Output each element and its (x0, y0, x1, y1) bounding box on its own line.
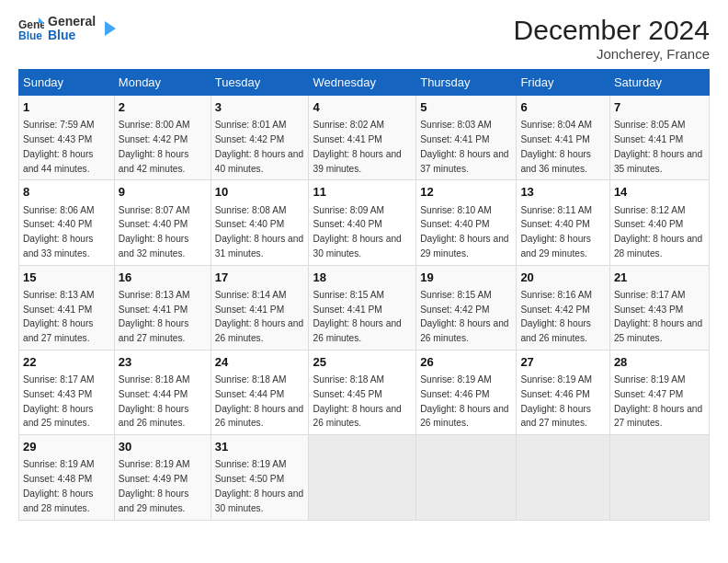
calendar-cell: 2Sunrise: 8:00 AMSunset: 4:42 PMDaylight… (114, 96, 210, 180)
cell-info: Sunrise: 8:19 AMSunset: 4:46 PMDaylight:… (420, 374, 508, 428)
calendar-cell: 19Sunrise: 8:15 AMSunset: 4:42 PMDayligh… (416, 265, 517, 350)
calendar-cell: 15Sunrise: 8:13 AMSunset: 4:41 PMDayligh… (19, 265, 115, 350)
calendar-cell: 25Sunrise: 8:18 AMSunset: 4:45 PMDayligh… (309, 350, 416, 434)
svg-text:Blue: Blue (18, 29, 42, 41)
calendar-cell (517, 435, 610, 520)
day-number: 1 (23, 99, 110, 116)
day-number: 7 (614, 99, 705, 116)
calendar-cell: 9Sunrise: 8:07 AMSunset: 4:40 PMDaylight… (114, 180, 210, 265)
weekday-header-monday: Monday (114, 70, 210, 96)
calendar-cell: 13Sunrise: 8:11 AMSunset: 4:40 PMDayligh… (517, 180, 610, 265)
day-number: 20 (520, 270, 606, 286)
day-number: 5 (420, 99, 512, 116)
weekday-header-tuesday: Tuesday (210, 70, 309, 96)
calendar-cell: 27Sunrise: 8:19 AMSunset: 4:46 PMDayligh… (517, 350, 610, 434)
page-container: General Blue General Blue December 2024 … (0, 0, 728, 530)
calendar-cell: 1Sunrise: 7:59 AMSunset: 4:43 PMDaylight… (19, 96, 115, 180)
cell-info: Sunrise: 8:19 AMSunset: 4:48 PMDaylight:… (23, 459, 95, 512)
calendar-cell: 3Sunrise: 8:01 AMSunset: 4:42 PMDaylight… (210, 96, 309, 180)
cell-info: Sunrise: 8:13 AMSunset: 4:41 PMDaylight:… (119, 290, 190, 343)
cell-info: Sunrise: 8:00 AMSunset: 4:42 PMDaylight:… (119, 120, 190, 173)
logo-blue-text: Blue (48, 29, 96, 42)
day-number: 30 (119, 439, 207, 455)
day-number: 9 (119, 184, 207, 201)
day-number: 4 (313, 99, 412, 116)
svg-marker-3 (105, 21, 116, 36)
cell-info: Sunrise: 8:19 AMSunset: 4:47 PMDaylight:… (614, 374, 702, 428)
calendar-week-5: 29Sunrise: 8:19 AMSunset: 4:48 PMDayligh… (19, 435, 710, 520)
calendar-cell: 12Sunrise: 8:10 AMSunset: 4:40 PMDayligh… (416, 180, 517, 265)
cell-info: Sunrise: 8:16 AMSunset: 4:42 PMDaylight:… (520, 290, 592, 343)
calendar-week-3: 15Sunrise: 8:13 AMSunset: 4:41 PMDayligh… (19, 265, 710, 350)
calendar-cell: 23Sunrise: 8:18 AMSunset: 4:44 PMDayligh… (114, 350, 210, 434)
cell-info: Sunrise: 8:19 AMSunset: 4:46 PMDaylight:… (520, 374, 592, 428)
calendar-cell: 5Sunrise: 8:03 AMSunset: 4:41 PMDaylight… (416, 96, 517, 180)
calendar-cell: 11Sunrise: 8:09 AMSunset: 4:40 PMDayligh… (309, 180, 416, 265)
calendar-cell: 6Sunrise: 8:04 AMSunset: 4:41 PMDaylight… (517, 96, 610, 180)
calendar-cell: 31Sunrise: 8:19 AMSunset: 4:50 PMDayligh… (210, 435, 309, 520)
cell-info: Sunrise: 8:13 AMSunset: 4:41 PMDaylight:… (23, 290, 95, 343)
cell-info: Sunrise: 8:14 AMSunset: 4:41 PMDaylight:… (215, 290, 303, 343)
weekday-header-thursday: Thursday (416, 70, 517, 96)
day-number: 28 (614, 354, 705, 371)
cell-info: Sunrise: 8:17 AMSunset: 4:43 PMDaylight:… (614, 290, 702, 343)
cell-info: Sunrise: 8:03 AMSunset: 4:41 PMDaylight:… (420, 120, 508, 173)
cell-info: Sunrise: 8:18 AMSunset: 4:44 PMDaylight:… (119, 374, 190, 428)
calendar-cell: 26Sunrise: 8:19 AMSunset: 4:46 PMDayligh… (416, 350, 517, 434)
day-number: 26 (420, 354, 512, 371)
day-number: 24 (215, 354, 305, 371)
weekday-header-sunday: Sunday (19, 70, 115, 96)
cell-info: Sunrise: 8:18 AMSunset: 4:45 PMDaylight:… (313, 374, 401, 428)
calendar-cell: 21Sunrise: 8:17 AMSunset: 4:43 PMDayligh… (609, 265, 709, 350)
calendar-cell: 30Sunrise: 8:19 AMSunset: 4:49 PMDayligh… (114, 435, 210, 520)
cell-info: Sunrise: 8:15 AMSunset: 4:42 PMDaylight:… (420, 290, 508, 343)
logo-arrow-icon (99, 19, 118, 38)
calendar-cell: 7Sunrise: 8:05 AMSunset: 4:41 PMDaylight… (609, 96, 709, 180)
calendar-cell: 8Sunrise: 8:06 AMSunset: 4:40 PMDaylight… (19, 180, 115, 265)
calendar-cell: 14Sunrise: 8:12 AMSunset: 4:40 PMDayligh… (609, 180, 709, 265)
day-number: 16 (119, 270, 207, 286)
title-area: December 2024 Joncherey, France (514, 15, 710, 62)
cell-info: Sunrise: 8:08 AMSunset: 4:40 PMDaylight:… (215, 205, 303, 259)
calendar-cell (609, 435, 709, 520)
day-number: 25 (313, 354, 412, 371)
calendar-cell: 28Sunrise: 8:19 AMSunset: 4:47 PMDayligh… (609, 350, 709, 434)
day-number: 6 (520, 99, 606, 116)
calendar-cell: 17Sunrise: 8:14 AMSunset: 4:41 PMDayligh… (210, 265, 309, 350)
day-number: 10 (215, 184, 305, 201)
calendar-cell: 16Sunrise: 8:13 AMSunset: 4:41 PMDayligh… (114, 265, 210, 350)
calendar-week-2: 8Sunrise: 8:06 AMSunset: 4:40 PMDaylight… (19, 180, 710, 265)
cell-info: Sunrise: 8:18 AMSunset: 4:44 PMDaylight:… (215, 374, 303, 428)
cell-info: Sunrise: 7:59 AMSunset: 4:43 PMDaylight:… (23, 120, 95, 173)
day-number: 11 (313, 184, 412, 201)
day-number: 21 (614, 270, 705, 286)
header: General Blue General Blue December 2024 … (18, 15, 710, 62)
cell-info: Sunrise: 8:07 AMSunset: 4:40 PMDaylight:… (119, 205, 190, 259)
day-number: 15 (23, 270, 110, 286)
day-number: 8 (23, 184, 110, 201)
day-number: 12 (420, 184, 512, 201)
cell-info: Sunrise: 8:11 AMSunset: 4:40 PMDaylight:… (520, 205, 592, 259)
weekday-header-wednesday: Wednesday (309, 70, 416, 96)
calendar-week-4: 22Sunrise: 8:17 AMSunset: 4:43 PMDayligh… (19, 350, 710, 434)
weekday-header-saturday: Saturday (609, 70, 709, 96)
day-number: 3 (215, 99, 305, 116)
cell-info: Sunrise: 8:09 AMSunset: 4:40 PMDaylight:… (313, 205, 401, 259)
day-number: 22 (23, 354, 110, 371)
cell-info: Sunrise: 8:02 AMSunset: 4:41 PMDaylight:… (313, 120, 401, 173)
calendar-cell (416, 435, 517, 520)
calendar-cell: 4Sunrise: 8:02 AMSunset: 4:41 PMDaylight… (309, 96, 416, 180)
calendar-cell: 22Sunrise: 8:17 AMSunset: 4:43 PMDayligh… (19, 350, 115, 434)
cell-info: Sunrise: 8:12 AMSunset: 4:40 PMDaylight:… (614, 205, 702, 259)
logo: General Blue General Blue (18, 15, 118, 43)
calendar-cell: 20Sunrise: 8:16 AMSunset: 4:42 PMDayligh… (517, 265, 610, 350)
month-title: December 2024 (514, 15, 710, 46)
day-number: 18 (313, 270, 412, 286)
calendar-cell: 29Sunrise: 8:19 AMSunset: 4:48 PMDayligh… (19, 435, 115, 520)
cell-info: Sunrise: 8:19 AMSunset: 4:49 PMDaylight:… (119, 459, 190, 512)
logo-general-text: General (48, 15, 96, 29)
day-number: 14 (614, 184, 705, 201)
calendar-cell (309, 435, 416, 520)
cell-info: Sunrise: 8:15 AMSunset: 4:41 PMDaylight:… (313, 290, 401, 343)
day-number: 29 (23, 439, 110, 455)
